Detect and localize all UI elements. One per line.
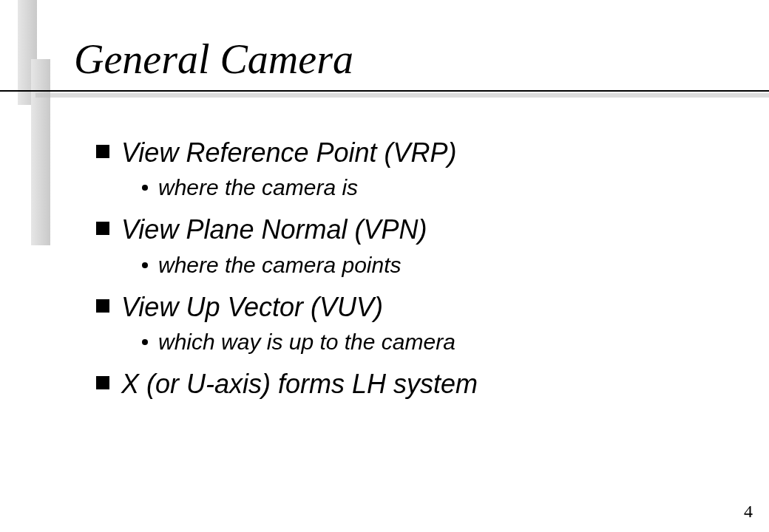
slide-title: General Camera: [74, 35, 353, 83]
bullet-level1: View Up Vector (VUV): [96, 292, 702, 323]
bullet-text: View Reference Point (VRP): [121, 137, 457, 168]
square-bullet-icon: [96, 145, 109, 158]
square-bullet-icon: [96, 222, 109, 235]
bullet-text: View Plane Normal (VPN): [121, 214, 427, 245]
square-bullet-icon: [96, 299, 109, 313]
bullet-level2: where the camera is: [142, 174, 702, 201]
bullet-level1: View Reference Point (VRP): [96, 137, 702, 168]
slide-body: View Reference Point (VRP) where the cam…: [96, 124, 702, 405]
page-number: 4: [744, 502, 753, 522]
subbullet-text: which way is up to the camera: [158, 329, 455, 355]
subbullet-text: where the camera is: [158, 174, 358, 201]
dot-bullet-icon: [142, 339, 148, 345]
dot-bullet-icon: [142, 185, 148, 191]
bullet-level2: which way is up to the camera: [142, 329, 702, 355]
square-bullet-icon: [96, 376, 109, 389]
bullet-level1: X (or U-axis) forms LH system: [96, 369, 702, 400]
bullet-level1: View Plane Normal (VPN): [96, 214, 702, 245]
dot-bullet-icon: [142, 262, 148, 268]
bullet-text: View Up Vector (VUV): [121, 292, 383, 323]
bullet-level2: where the camera points: [142, 252, 702, 279]
decor-bar-inner: [31, 59, 50, 245]
subbullet-text: where the camera points: [158, 252, 402, 279]
bullet-text: X (or U-axis) forms LH system: [121, 369, 478, 400]
title-underline: [0, 90, 769, 98]
